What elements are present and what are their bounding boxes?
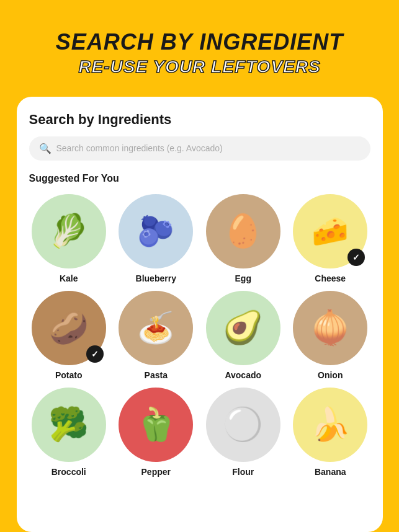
ingredient-banana[interactable]: 🍌Banana [290, 388, 370, 477]
broccoli-icon: 🥦 [48, 406, 89, 443]
search-bar[interactable]: 🔍 Search common ingredients (e.g. Avocad… [29, 136, 370, 161]
ingredient-circle-pasta: 🍝 [119, 291, 193, 365]
blueberry-label: Blueberry [136, 273, 176, 283]
kale-icon: 🥬 [48, 212, 89, 250]
ingredient-avocado[interactable]: 🥑Avocado [204, 291, 284, 380]
potato-icon: 🥔 [48, 309, 89, 347]
flour-icon: ⚪ [223, 406, 263, 443]
search-input-placeholder: Search common ingredients (e.g. Avocado) [56, 143, 223, 153]
main-card: Search by Ingredients 🔍 Search common in… [17, 97, 383, 532]
broccoli-label: Broccoli [52, 467, 86, 477]
ingredient-pasta[interactable]: 🍝Pasta [116, 291, 196, 380]
egg-label: Egg [235, 273, 251, 283]
search-icon: 🔍 [39, 143, 52, 154]
header-title: SEARCH BY INGREDIENT [25, 30, 374, 55]
pasta-label: Pasta [145, 370, 168, 380]
ingredients-grid: 🥬Kale🫐Blueberry🥚Egg🧀Cheese🥔Potato🍝Pasta🥑… [29, 194, 370, 477]
flour-label: Flour [232, 467, 254, 477]
onion-icon: 🧅 [310, 309, 351, 347]
cheese-label: Cheese [315, 273, 346, 283]
ingredient-broccoli[interactable]: 🥦Broccoli [29, 388, 109, 477]
avocado-label: Avocado [225, 370, 261, 380]
pepper-icon: 🫑 [136, 406, 176, 443]
card-title: Search by Ingredients [29, 112, 370, 128]
banana-icon: 🍌 [310, 406, 351, 443]
ingredient-egg[interactable]: 🥚Egg [204, 194, 284, 283]
cheese-check-badge [347, 249, 365, 266]
ingredient-circle-kale: 🥬 [32, 194, 106, 268]
potato-label: Potato [55, 370, 83, 380]
egg-icon: 🥚 [223, 212, 263, 250]
ingredient-circle-flour: ⚪ [206, 388, 280, 462]
section-title: Suggested For You [29, 173, 370, 184]
ingredient-circle-potato: 🥔 [32, 291, 106, 365]
banana-label: Banana [315, 467, 346, 477]
ingredient-kale[interactable]: 🥬Kale [29, 194, 109, 283]
ingredient-flour[interactable]: ⚪Flour [204, 388, 284, 477]
blueberry-icon: 🫐 [137, 214, 174, 249]
ingredient-circle-broccoli: 🥦 [32, 388, 106, 462]
pasta-icon: 🍝 [137, 311, 174, 345]
potato-check-badge [86, 345, 104, 363]
ingredient-circle-onion: 🧅 [293, 291, 367, 365]
pepper-label: Pepper [141, 467, 171, 477]
ingredient-circle-pepper: 🫑 [119, 388, 193, 462]
header-subtitle: RE-USE YOUR LEFTOVERS [25, 57, 374, 77]
header: SEARCH BY INGREDIENT RE-USE YOUR LEFTOVE… [0, 0, 399, 97]
ingredient-circle-avocado: 🥑 [206, 291, 280, 365]
ingredient-circle-egg: 🥚 [206, 194, 280, 268]
ingredient-blueberry[interactable]: 🫐Blueberry [116, 194, 196, 283]
onion-label: Onion [318, 370, 343, 380]
ingredient-cheese[interactable]: 🧀Cheese [290, 194, 370, 283]
ingredient-circle-cheese: 🧀 [293, 194, 367, 268]
cheese-icon: 🧀 [312, 214, 349, 249]
kale-label: Kale [60, 273, 78, 283]
ingredient-pepper[interactable]: 🫑Pepper [116, 388, 196, 477]
ingredient-potato[interactable]: 🥔Potato [29, 291, 109, 380]
avocado-icon: 🥑 [223, 309, 263, 347]
ingredient-circle-blueberry: 🫐 [119, 194, 193, 268]
ingredient-circle-banana: 🍌 [293, 388, 367, 462]
ingredient-onion[interactable]: 🧅Onion [290, 291, 370, 380]
